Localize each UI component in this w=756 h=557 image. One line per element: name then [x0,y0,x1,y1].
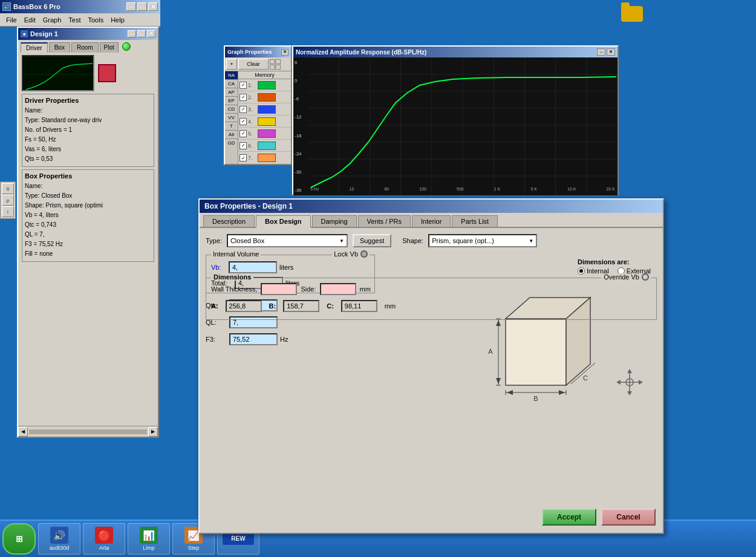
graph-check-6[interactable]: ✓ [240,142,247,149]
design-close[interactable]: ✕ [147,30,155,37]
app-title: BassBox 6 Pro [13,3,60,10]
menu-tools[interactable]: Tools [84,15,107,25]
taskbar-label-audt30d: audt30d [50,545,70,551]
y-label-neg12: -12 [295,114,307,120]
graph-swatch-3[interactable] [258,105,276,114]
graph-swatch-5[interactable] [258,129,276,138]
shape-dropdown[interactable]: Prism, square (opt...) ▼ [428,234,537,247]
lock-vb-radio[interactable] [360,250,368,258]
graph-check-7[interactable]: ✓ [240,154,247,161]
tab-box[interactable]: Box [49,42,70,53]
toolbar-btn-1[interactable]: S [2,183,14,194]
radio-internal-circle[interactable] [578,267,585,275]
graph-row-num-7: 7. [248,155,256,161]
graph-swatch-4[interactable] [258,117,276,126]
desktop-folder[interactable] [617,6,647,36]
graph-check-5[interactable]: ✓ [240,130,247,137]
graph-swatch-6[interactable] [258,142,276,150]
graph-swatch-1[interactable] [258,81,276,90]
dialog-tab-damping[interactable]: Damping [312,215,357,227]
graph-clear-button[interactable]: Clear [238,59,269,70]
scroll-left-button[interactable]: ◀ [18,427,28,437]
scroll-right-button[interactable]: ▶ [148,427,158,437]
graph-check-3[interactable]: ✓ [240,106,247,113]
dialog-tab-description[interactable]: Description [203,215,255,227]
menu-edit[interactable]: Edit [21,15,39,25]
graph-swatch-2[interactable] [258,93,276,102]
close-button[interactable]: ✕ [148,2,158,11]
suggest-button[interactable]: Suggest [353,234,391,247]
dialog-tab-boxdesign[interactable]: Box Design [256,215,311,228]
side-label-ca[interactable]: CA [225,80,238,88]
toolbar-btn-2[interactable]: p [2,195,14,206]
graph-window-controls: ─ ✕ [597,48,615,56]
graph-titlebar: Normalized Amplitude Response (dB-SPL/Hz… [293,47,618,57]
graph-check-4[interactable]: ✓ [240,118,247,125]
toolbar-btn-3[interactable]: l [2,206,14,217]
type-dropdown[interactable]: Closed Box ▼ [227,234,348,247]
minimize-button[interactable]: ─ [126,2,136,11]
navigate-icon[interactable] [614,367,645,397]
graph-check-2[interactable]: ✓ [240,94,247,101]
svg-marker-38 [616,380,621,385]
x-label-500: 500 [457,187,464,195]
dialog-tab-interior[interactable]: Interior [412,215,451,227]
taskbar-icon-limp: 📊 [140,527,158,544]
folder-tab [621,2,630,6]
f3-input[interactable] [229,333,278,345]
side-label-ep[interactable]: EP [225,97,238,105]
menu-file[interactable]: File [2,15,21,25]
dialog-tab-vents[interactable]: Vents / PRs [358,215,411,227]
scroll-track[interactable] [29,429,147,434]
side-label-vv[interactable]: VV [225,114,238,122]
driver-vas: Vas = 6, liters [25,145,151,154]
side-label-na[interactable]: NA [225,71,238,80]
box-ql: QL = 7, [25,230,151,239]
design-minimize[interactable]: ─ [128,30,136,37]
graph-check-1[interactable]: ✓ [240,82,247,89]
menu-test[interactable]: Test [65,15,84,25]
f3-unit: Hz [280,336,288,343]
graph-add-button[interactable]: + [226,59,237,70]
shape-dropdown-arrow: ▼ [529,238,533,244]
dialog-tab-partslist[interactable]: Parts List [452,215,498,227]
graph-row-num-4: 4. [248,119,256,125]
side-input[interactable] [320,283,356,295]
menu-help[interactable]: Help [107,15,128,25]
menu-graph[interactable]: Graph [39,15,65,25]
dialog-tabs: Description Box Design Damping Vents / P… [200,213,663,228]
tab-room[interactable]: Room [71,42,99,53]
graph-tool-1[interactable]: ≡ [270,59,281,64]
side-label-all[interactable]: All [225,131,238,139]
override-vb-radio[interactable] [642,273,649,281]
design-tabs: Driver Box Room Plot [18,40,158,53]
taskbar-item-limp[interactable]: 📊 Limp [128,523,170,555]
graph-props-close[interactable]: ✕ [281,49,288,56]
side-label-cd[interactable]: CD [225,105,238,114]
tab-plot[interactable]: Plot [100,42,119,53]
type-value: Closed Box [230,237,264,244]
design-icon: ■ [21,30,28,37]
folder-icon [621,6,643,22]
graph-window-minimize[interactable]: ─ [597,48,605,56]
cancel-button[interactable]: Cancel [601,509,656,526]
maximize-button[interactable]: □ [137,2,147,11]
side-label-t[interactable]: T [225,122,238,131]
app-window-controls: ─ □ ✕ [126,2,158,11]
graph-window-close[interactable]: ✕ [607,48,615,56]
shape-label: Shape: [402,237,423,244]
taskbar-item-arta[interactable]: 🔴 Arta [83,523,125,555]
graph-swatch-7[interactable] [258,154,276,162]
taskbar-item-audt30d[interactable]: 🔊 audt30d [38,523,80,555]
graph-rows: Memory ✓ 1. ✓ 2. ✓ 3. ✓ 4. [238,71,291,164]
start-button[interactable]: ⊞ [2,523,36,555]
side-label-ap[interactable]: AP [225,88,238,97]
accept-button[interactable]: Accept [542,509,596,526]
design-restore[interactable]: □ [137,30,146,37]
graph-tool-2[interactable]: ≡ [270,65,281,70]
wall-thickness-input[interactable] [261,283,297,295]
tab-driver[interactable]: Driver [21,42,48,53]
side-label-gd[interactable]: GD [225,139,238,147]
vb-input[interactable] [229,261,277,273]
design-window: ■ Design 1 ─ □ ✕ Driver Box Room Plot Dr… [17,27,159,438]
